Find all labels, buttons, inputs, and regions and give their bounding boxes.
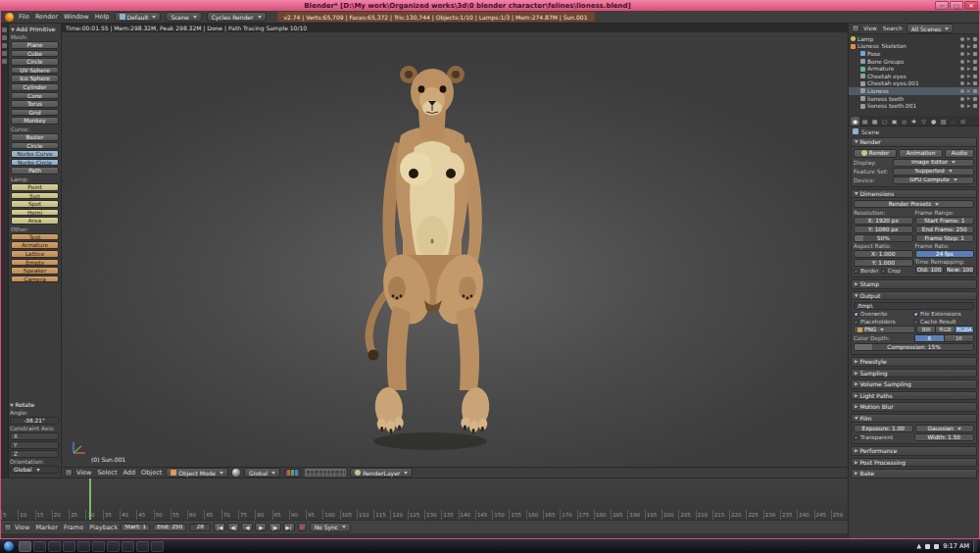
add-primitive-button[interactable]: Plane: [11, 41, 59, 49]
panel-header[interactable]: Bake: [851, 469, 977, 478]
outliner-row[interactable]: Cheetah eyes: [849, 73, 979, 80]
add-primitive-button[interactable]: Path: [11, 167, 59, 175]
add-primitive-button[interactable]: Monkey: [11, 117, 59, 125]
checkbox[interactable]: Transparent: [854, 434, 893, 440]
properties-tab[interactable]: ●: [929, 117, 938, 126]
panel-header[interactable]: Freestyle: [851, 357, 977, 367]
selectability-toggle[interactable]: [967, 89, 971, 93]
menu-item[interactable]: File: [19, 13, 29, 21]
add-primitive-button[interactable]: Lattice: [11, 250, 59, 258]
checkbox[interactable]: Cache Result: [913, 319, 971, 325]
start-button[interactable]: [3, 540, 15, 552]
viewport-menu-item[interactable]: View: [76, 469, 91, 477]
properties-tab[interactable]: ✚: [909, 117, 918, 126]
menu-item[interactable]: Help: [95, 13, 110, 21]
add-primitive-button[interactable]: Nurbs Circle: [11, 159, 59, 167]
stamp-panel-header[interactable]: Stamp: [851, 279, 977, 289]
visibility-toggle[interactable]: [960, 44, 964, 48]
viewport-menu-item[interactable]: Select: [97, 469, 117, 477]
outliner-row[interactable]: Cheetah eyes.001: [849, 80, 979, 88]
window-titlebar[interactable]: Blender* [D:\My work\Organized works\3d\…: [0, 0, 980, 11]
color-depth-button[interactable]: 8: [914, 334, 945, 342]
render-animation-button[interactable]: Animation: [899, 149, 942, 158]
outliner-menu-item[interactable]: Search: [883, 25, 903, 31]
toolshelf-panel-title[interactable]: Add Primitive: [11, 25, 59, 32]
taskbar-app-button[interactable]: [107, 541, 120, 552]
screen-layout-select[interactable]: Default: [115, 12, 162, 22]
add-primitive-button[interactable]: Spot: [11, 200, 59, 208]
resolution-scale-slider[interactable]: 50%: [854, 234, 913, 242]
toolshelf-tab-strip[interactable]: [1, 24, 9, 478]
maximize-button[interactable]: ▢: [950, 1, 963, 10]
feature-set-select[interactable]: Supported: [893, 168, 974, 176]
add-primitive-button[interactable]: Bezier: [11, 133, 59, 141]
device-select[interactable]: GPU Compute: [893, 176, 974, 184]
add-primitive-button[interactable]: Speaker: [11, 267, 59, 275]
close-button[interactable]: ✕: [964, 1, 978, 10]
color-mode-button[interactable]: BW: [916, 326, 936, 333]
current-frame-field[interactable]: 28: [189, 524, 211, 531]
visibility-toggle[interactable]: [960, 37, 964, 41]
render-button[interactable]: Render: [854, 149, 897, 158]
render-panel-header[interactable]: Render: [851, 137, 977, 147]
sync-select[interactable]: No Sync: [310, 523, 352, 532]
visibility-toggle[interactable]: [960, 81, 964, 85]
properties-tab[interactable]: ▤: [860, 117, 869, 126]
add-primitive-button[interactable]: Empty: [11, 259, 59, 267]
transport-button[interactable]: |▶: [269, 523, 280, 531]
properties-tab[interactable]: ▨: [939, 117, 948, 126]
outliner-row[interactable]: Lioness_Skeleton: [849, 43, 979, 51]
color-mode-button[interactable]: RGB: [935, 326, 955, 333]
properties-tab[interactable]: ▽: [919, 117, 928, 126]
remap-old-field[interactable]: Old: 100: [915, 266, 944, 274]
panel-header[interactable]: Post Processing: [851, 458, 977, 468]
manipulator-toggle[interactable]: [284, 469, 301, 478]
outliner-row[interactable]: lioness teeth: [849, 95, 979, 103]
relations-tab-icon[interactable]: [2, 43, 7, 48]
selectability-toggle[interactable]: [967, 60, 971, 64]
outliner-row[interactable]: Lamp: [849, 35, 979, 43]
render-engine-select[interactable]: Cycles Render: [207, 12, 267, 22]
outliner-row[interactable]: Lioness: [849, 87, 979, 95]
operator-panel-title[interactable]: Rotate: [10, 401, 59, 408]
selectability-toggle[interactable]: [967, 37, 971, 41]
clock[interactable]: 9:17 AM: [943, 542, 969, 550]
axis-toggle[interactable]: X: [10, 432, 59, 440]
transport-button[interactable]: ▶|: [283, 523, 295, 531]
tools-tab-icon[interactable]: [2, 27, 7, 32]
add-primitive-button[interactable]: Cylinder: [11, 83, 59, 91]
render-toggle[interactable]: [973, 60, 977, 64]
add-primitive-button[interactable]: Nurbs Curve: [11, 150, 59, 158]
output-path-field[interactable]: /tmp\: [854, 302, 974, 310]
exposure-slider[interactable]: Exposure: 1.00: [854, 425, 913, 432]
selectability-toggle[interactable]: [967, 81, 971, 85]
add-primitive-button[interactable]: Ico Sphere: [11, 75, 59, 82]
render-toggle[interactable]: [973, 52, 977, 56]
panel-header[interactable]: Motion Blur: [851, 402, 977, 412]
dimensions-panel-header[interactable]: Dimensions: [851, 189, 977, 199]
start-frame-prop-field[interactable]: Start Frame: 1: [915, 217, 975, 225]
render-audio-button[interactable]: Audio: [945, 149, 974, 158]
panel-header[interactable]: Volume Sampling: [851, 379, 977, 389]
properties-tab[interactable]: ▣: [890, 117, 899, 126]
selectability-toggle[interactable]: [967, 44, 971, 48]
add-primitive-button[interactable]: Circle: [11, 58, 59, 66]
visibility-toggle[interactable]: [960, 89, 964, 93]
end-frame-field[interactable]: End:250: [153, 524, 186, 531]
checkbox[interactable]: Overwrite: [854, 311, 911, 317]
outliner-editor-icon[interactable]: [852, 25, 859, 32]
add-primitive-button[interactable]: Sun: [11, 192, 59, 200]
compression-slider[interactable]: Compression: 15%: [854, 343, 974, 351]
visibility-toggle[interactable]: [960, 67, 964, 71]
editor-type-icon[interactable]: [65, 469, 73, 477]
display-select[interactable]: Image Editor: [893, 159, 974, 167]
selectability-toggle[interactable]: [967, 67, 971, 71]
outliner-row[interactable]: Pose: [849, 50, 979, 58]
pivot-select[interactable]: Global: [244, 468, 280, 478]
panel-header[interactable]: Performance: [851, 446, 977, 456]
add-primitive-button[interactable]: Grid: [11, 109, 59, 117]
menu-item[interactable]: Window: [64, 13, 89, 21]
remap-new-field[interactable]: New: 100: [946, 266, 974, 274]
axis-toggle[interactable]: Z: [10, 450, 59, 458]
film-panel-header[interactable]: Film: [851, 414, 977, 424]
